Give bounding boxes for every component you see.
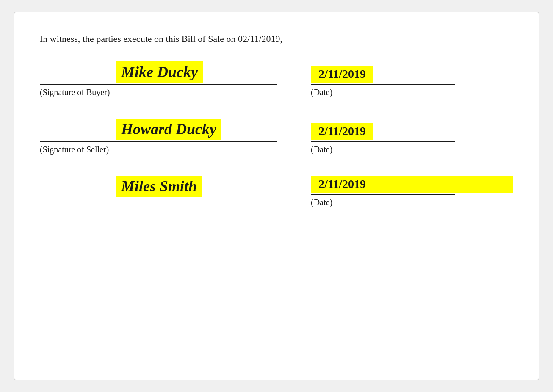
gap-2 xyxy=(40,159,513,176)
document-container: In witness, the parties execute on this … xyxy=(14,12,539,380)
witness-sig-line xyxy=(40,199,277,199)
seller-date-highlight: 2/11/2019 xyxy=(311,123,373,140)
date-label-3: (Date) xyxy=(311,198,513,207)
witness-signature-highlight: Miles Smith xyxy=(116,176,202,197)
witness-date-text: 2/11/2019 xyxy=(318,177,366,190)
buyer-label: (Signature of Buyer) xyxy=(40,88,110,97)
witness-signature-block: Miles Smith xyxy=(40,176,285,392)
seller-sig-line xyxy=(40,141,277,142)
seller-signature-block: Howard Ducky (Signature of Seller) xyxy=(40,119,285,155)
buyer-date-line xyxy=(311,84,455,85)
seller-signature-highlight: Howard Ducky xyxy=(116,119,221,140)
witness-left: Miles Smith Miles Smith 456 Chaffins Ct … xyxy=(40,176,285,392)
witness-row: Miles Smith Miles Smith 456 Chaffins Ct … xyxy=(40,176,513,392)
intro-paragraph: In witness, the parties execute on this … xyxy=(40,33,513,44)
witness-right: 2/11/2019 (Date) xyxy=(285,176,513,392)
buyer-signature-block: Mike Ducky (Signature of Buyer) xyxy=(40,61,285,97)
seller-date-text: 2/11/2019 xyxy=(318,124,366,138)
buyer-signature-text: Mike Ducky xyxy=(121,63,198,80)
witness-date-highlight: 2/11/2019 xyxy=(311,176,513,193)
seller-date-line xyxy=(311,141,455,142)
buyer-date-text: 2/11/2019 xyxy=(318,67,366,80)
seller-label: (Signature of Seller) xyxy=(40,145,109,155)
buyer-date-highlight: 2/11/2019 xyxy=(311,66,373,83)
buyer-signature-row: Mike Ducky (Signature of Buyer) 2/11/201… xyxy=(40,61,513,97)
seller-signature-text: Howard Ducky xyxy=(121,121,216,138)
date-label-2: (Date) xyxy=(311,145,332,155)
gap-1 xyxy=(40,102,513,119)
seller-date-block: 2/11/2019 (Date) xyxy=(285,123,513,155)
buyer-sig-line xyxy=(40,84,277,85)
witness-date-line xyxy=(311,194,455,195)
buyer-date-block: 2/11/2019 (Date) xyxy=(285,66,513,97)
buyer-signature-highlight: Mike Ducky xyxy=(116,61,203,83)
seller-signature-row: Howard Ducky (Signature of Seller) 2/11/… xyxy=(40,119,513,155)
date-label-1: (Date) xyxy=(311,88,332,97)
witness-signature-text: Miles Smith xyxy=(121,178,197,195)
